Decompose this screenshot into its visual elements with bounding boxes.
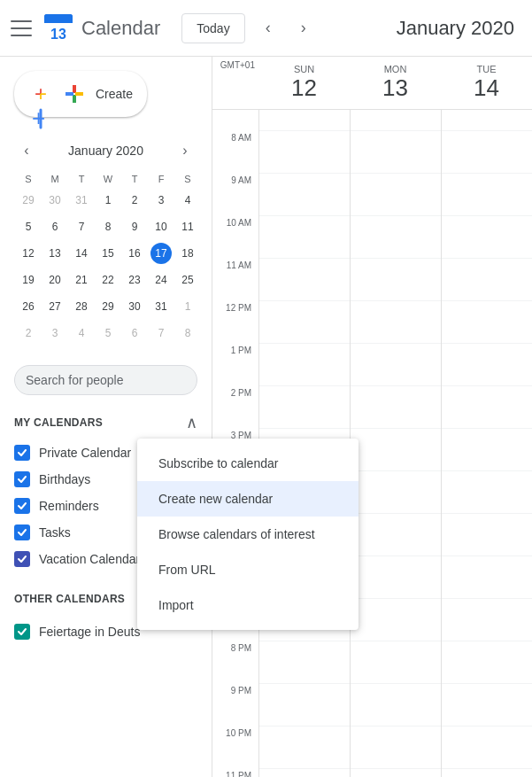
grid-hour-cell[interactable] xyxy=(259,110,350,131)
grid-hour-cell[interactable] xyxy=(442,684,532,726)
grid-hour-cell[interactable] xyxy=(259,344,350,386)
grid-hour-cell[interactable] xyxy=(442,471,532,514)
mini-cal-day[interactable]: 1 xyxy=(96,188,120,213)
grid-hour-cell[interactable] xyxy=(351,344,441,386)
calendar-checkbox[interactable] xyxy=(14,445,30,461)
mini-cal-day[interactable]: 2 xyxy=(122,188,147,213)
calendar-checkbox[interactable] xyxy=(14,551,30,567)
mini-cal-day[interactable]: 24 xyxy=(149,268,173,292)
mini-cal-day[interactable]: 26 xyxy=(16,294,41,319)
mini-cal-day[interactable]: 4 xyxy=(69,321,94,346)
mini-cal-day[interactable]: 30 xyxy=(42,188,67,213)
grid-hour-cell[interactable] xyxy=(351,259,441,301)
grid-hour-cell[interactable] xyxy=(259,131,350,174)
grid-hour-cell[interactable] xyxy=(442,174,532,216)
prev-arrow[interactable]: ‹ xyxy=(252,12,284,44)
calendar-checkbox[interactable] xyxy=(14,624,30,640)
today-button[interactable]: Today xyxy=(181,13,244,43)
mini-cal-day[interactable]: 5 xyxy=(16,214,41,239)
grid-hour-cell[interactable] xyxy=(442,131,532,174)
day-number[interactable]: 13 xyxy=(353,74,437,102)
grid-hour-cell[interactable] xyxy=(259,301,350,344)
mini-cal-day[interactable]: 8 xyxy=(96,214,120,239)
mini-cal-day[interactable]: 31 xyxy=(69,188,94,213)
mini-cal-day[interactable]: 29 xyxy=(16,188,41,213)
mini-cal-day[interactable]: 7 xyxy=(149,321,173,346)
grid-hour-cell[interactable] xyxy=(351,599,441,641)
grid-hour-cell[interactable] xyxy=(259,216,350,259)
mini-cal-day[interactable]: 2 xyxy=(16,321,41,346)
mini-cal-day[interactable]: 18 xyxy=(175,241,200,266)
grid-hour-cell[interactable] xyxy=(259,726,350,769)
grid-hour-cell[interactable] xyxy=(351,386,441,429)
mini-cal-day[interactable]: 30 xyxy=(122,294,147,319)
grid-hour-cell[interactable] xyxy=(442,769,532,777)
grid-day-column[interactable] xyxy=(350,110,441,777)
my-calendars-toggle[interactable]: ∧ xyxy=(186,413,197,432)
my-calendars-header[interactable]: My calendars ∧ xyxy=(0,406,212,439)
calendar-checkbox[interactable] xyxy=(14,471,30,487)
grid-hour-cell[interactable] xyxy=(259,641,350,684)
dropdown-menu-item[interactable]: Subscribe to calendar xyxy=(137,446,359,481)
mini-cal-day[interactable]: 22 xyxy=(96,268,120,292)
mini-cal-day[interactable]: 17 xyxy=(149,241,173,266)
grid-hour-cell[interactable] xyxy=(259,769,350,777)
grid-hour-cell[interactable] xyxy=(351,131,441,174)
hamburger-menu[interactable] xyxy=(11,18,32,39)
search-input[interactable] xyxy=(14,365,197,395)
grid-hour-cell[interactable] xyxy=(351,514,441,556)
mini-cal-day[interactable]: 10 xyxy=(149,214,173,239)
grid-hour-cell[interactable] xyxy=(442,344,532,386)
dropdown-menu-item[interactable]: Create new calendar xyxy=(137,481,359,517)
mini-cal-day[interactable]: 27 xyxy=(42,294,67,319)
mini-cal-day[interactable]: 19 xyxy=(16,268,41,292)
mini-cal-day[interactable]: 12 xyxy=(16,241,41,266)
grid-hour-cell[interactable] xyxy=(442,110,532,131)
next-arrow[interactable]: › xyxy=(288,12,320,44)
grid-hour-cell[interactable] xyxy=(442,216,532,259)
calendar-checkbox[interactable] xyxy=(14,524,30,540)
grid-hour-cell[interactable] xyxy=(442,641,532,684)
mini-cal-day[interactable]: 15 xyxy=(96,241,120,266)
mini-cal-day[interactable]: 3 xyxy=(149,188,173,213)
grid-hour-cell[interactable] xyxy=(351,301,441,344)
dropdown-menu-item[interactable]: From URL xyxy=(137,552,359,587)
grid-hour-cell[interactable] xyxy=(351,684,441,726)
mini-cal-day[interactable]: 8 xyxy=(175,321,200,346)
grid-hour-cell[interactable] xyxy=(351,471,441,514)
day-number[interactable]: 14 xyxy=(444,74,528,102)
grid-hour-cell[interactable] xyxy=(259,174,350,216)
dropdown-menu-item[interactable]: Browse calendars of interest xyxy=(137,517,359,552)
day-number[interactable]: 12 xyxy=(262,74,346,102)
calendar-checkbox[interactable] xyxy=(14,498,30,514)
mini-cal-day[interactable]: 11 xyxy=(175,214,200,239)
grid-hour-cell[interactable] xyxy=(351,556,441,599)
mini-cal-day[interactable]: 13 xyxy=(42,241,67,266)
grid-hour-cell[interactable] xyxy=(351,174,441,216)
grid-hour-cell[interactable] xyxy=(442,429,532,471)
mini-cal-day[interactable]: 1 xyxy=(175,294,200,319)
mini-cal-day[interactable]: 14 xyxy=(69,241,94,266)
grid-hour-cell[interactable] xyxy=(351,769,441,777)
grid-hour-cell[interactable] xyxy=(442,259,532,301)
mini-cal-day[interactable]: 21 xyxy=(69,268,94,292)
grid-hour-cell[interactable] xyxy=(259,386,350,429)
mini-cal-day[interactable]: 16 xyxy=(122,241,147,266)
grid-hour-cell[interactable] xyxy=(442,386,532,429)
mini-cal-day[interactable]: 6 xyxy=(42,214,67,239)
mini-cal-day[interactable]: 9 xyxy=(122,214,147,239)
create-button[interactable]: + Create xyxy=(14,71,147,117)
mini-cal-next[interactable]: › xyxy=(173,138,197,163)
grid-hour-cell[interactable] xyxy=(351,216,441,259)
mini-cal-day[interactable]: 25 xyxy=(175,268,200,292)
mini-cal-day[interactable]: 7 xyxy=(69,214,94,239)
grid-hour-cell[interactable] xyxy=(259,684,350,726)
grid-hour-cell[interactable] xyxy=(351,726,441,769)
grid-hour-cell[interactable] xyxy=(442,514,532,556)
mini-cal-day[interactable]: 29 xyxy=(96,294,120,319)
mini-cal-day[interactable]: 3 xyxy=(42,321,67,346)
mini-cal-day[interactable]: 20 xyxy=(42,268,67,292)
mini-cal-day[interactable]: 6 xyxy=(122,321,147,346)
grid-hour-cell[interactable] xyxy=(351,110,441,131)
mini-cal-day[interactable]: 4 xyxy=(175,188,200,213)
